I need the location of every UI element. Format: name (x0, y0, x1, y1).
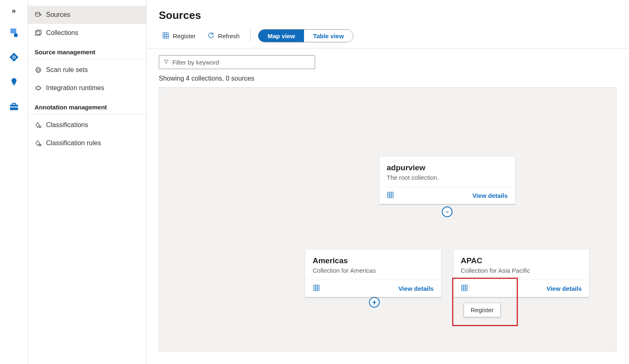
collection-card-root[interactable]: adpurview The root collection. View deta… (379, 157, 515, 204)
svg-point-14 (36, 67, 41, 72)
card-title: Americas (313, 256, 434, 265)
svg-point-11 (35, 12, 40, 14)
scan-rules-icon (35, 66, 46, 74)
main-content: Sources Register Refresh Map view Table … (146, 0, 629, 364)
nav-integration-runtimes[interactable]: Integration runtimes (28, 79, 146, 97)
map-view-label: Map view (267, 32, 295, 39)
toolbox-icon (9, 101, 19, 113)
toolbar-separator (250, 30, 251, 42)
nav-sources-label: Sources (46, 11, 70, 19)
view-details-link[interactable]: View details (472, 192, 508, 199)
card-subtitle: Collection for Asia Pacific (461, 267, 582, 274)
filter-input-wrapper[interactable] (159, 55, 315, 69)
view-toggle: Map view Table view (258, 29, 353, 42)
card-register-icon[interactable] (313, 284, 320, 293)
data-map-icon (9, 52, 19, 64)
svg-rect-23 (462, 285, 467, 291)
rail-data-map-button[interactable] (4, 48, 24, 67)
view-details-link[interactable]: View details (398, 285, 434, 292)
expand-rail-button[interactable]: » (4, 4, 24, 17)
nav-collections[interactable]: Collections (28, 24, 146, 42)
nav-classification-rules-label: Classification rules (46, 139, 101, 147)
svg-rect-21 (388, 192, 393, 198)
icon-rail: » (0, 0, 28, 364)
view-details-link[interactable]: View details (546, 285, 582, 292)
collections-icon (35, 29, 46, 37)
register-button[interactable]: Register (159, 30, 199, 42)
nav-scan-rule-sets-label: Scan rule sets (46, 66, 88, 74)
table-view-label: Table view (313, 32, 344, 39)
refresh-button-label: Refresh (218, 32, 240, 39)
connector-lines (159, 88, 283, 149)
tooltip-text: Register (471, 306, 494, 313)
card-subtitle: The root collection. (387, 174, 508, 181)
refresh-button[interactable]: Refresh (204, 30, 243, 42)
svg-rect-10 (10, 107, 18, 107)
filter-row (146, 49, 629, 69)
toolbar: Register Refresh Map view Table view (146, 28, 629, 49)
section-annotation-management: Annotation management (28, 97, 146, 114)
side-panel: Sources Collections Source management Sc… (28, 0, 146, 364)
classifications-icon (35, 121, 46, 129)
collapse-root-node[interactable]: – (442, 206, 453, 217)
map-canvas[interactable]: – + adpurview The root collection. View … (159, 87, 617, 352)
svg-rect-22 (313, 285, 319, 291)
section-source-management: Source management (28, 42, 146, 59)
classification-rules-icon (35, 139, 46, 147)
filter-input[interactable] (172, 59, 311, 66)
svg-rect-13 (37, 30, 41, 35)
plus-icon: + (372, 299, 377, 306)
map-view-tab[interactable]: Map view (258, 30, 304, 42)
svg-rect-0 (10, 28, 16, 33)
integration-runtimes-icon (35, 84, 46, 92)
svg-rect-7 (13, 84, 15, 85)
nav-sources[interactable]: Sources (28, 6, 146, 24)
register-button-label: Register (173, 32, 196, 39)
svg-rect-12 (35, 31, 40, 36)
chevron-right-icon: » (12, 7, 16, 15)
rail-insights-button[interactable] (4, 72, 24, 92)
nav-classification-rules[interactable]: Classification rules (28, 134, 146, 152)
status-text: Showing 4 collections, 0 sources (146, 69, 629, 85)
collection-card-americas[interactable]: Americas Collection for Americas View de… (305, 250, 441, 297)
nav-classifications[interactable]: Classifications (28, 116, 146, 134)
register-grid-icon (162, 32, 169, 40)
register-tooltip: Register (464, 303, 501, 317)
expand-americas-node[interactable]: + (369, 297, 380, 308)
svg-rect-9 (12, 103, 16, 105)
nav-scan-rule-sets[interactable]: Scan rule sets (28, 61, 146, 79)
table-view-tab[interactable]: Table view (304, 30, 353, 42)
minus-icon: – (446, 209, 449, 215)
filter-funnel-icon (163, 59, 169, 66)
svg-point-6 (13, 56, 14, 58)
card-title: APAC (461, 256, 582, 265)
svg-point-3 (14, 35, 18, 37)
svg-rect-16 (37, 87, 40, 89)
nav-classifications-label: Classifications (46, 121, 88, 129)
lightbulb-icon (9, 77, 19, 88)
data-sources-icon (9, 27, 19, 39)
svg-point-15 (37, 69, 39, 71)
svg-point-17 (39, 126, 41, 128)
page-title: Sources (146, 0, 629, 28)
card-register-icon[interactable] (387, 191, 394, 200)
refresh-icon (207, 32, 215, 40)
card-title: adpurview (387, 163, 508, 172)
nav-collections-label: Collections (46, 29, 78, 37)
card-register-icon[interactable] (461, 284, 468, 293)
card-subtitle: Collection for Americas (313, 267, 434, 274)
rail-data-sources-button[interactable] (4, 23, 24, 43)
nav-integration-runtimes-label: Integration runtimes (46, 84, 104, 92)
sources-icon (35, 11, 46, 19)
collection-card-apac[interactable]: APAC Collection for Asia Pacific View de… (453, 250, 589, 297)
rail-management-button[interactable] (4, 97, 24, 117)
